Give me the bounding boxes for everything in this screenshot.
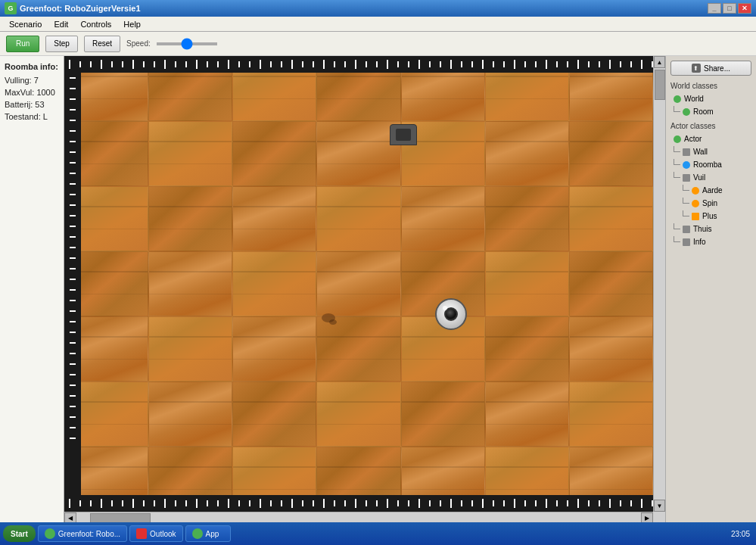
menu-bar: Scenario Edit Controls Help	[0, 17, 756, 32]
tick	[372, 498, 382, 509]
info-box-icon	[683, 238, 690, 246]
menu-help[interactable]: Help	[117, 18, 147, 30]
tick	[456, 498, 467, 509]
canvas-area[interactable]: ▲ ▼ ◀ ▶	[64, 56, 665, 524]
tick-v	[67, 327, 78, 338]
tick-v	[67, 359, 78, 369]
tick	[530, 498, 541, 509]
tick	[202, 59, 213, 70]
share-button[interactable]: ⬆ Share...	[670, 61, 751, 76]
reset-button[interactable]: Reset	[84, 36, 120, 52]
actor-dot-icon	[674, 135, 681, 143]
vertical-scroll-thumb[interactable]	[655, 70, 665, 100]
class-item-world[interactable]: World	[670, 93, 751, 104]
tick	[319, 59, 329, 70]
class-item-spin[interactable]: Spin	[689, 198, 751, 209]
tick	[605, 498, 615, 509]
tick	[170, 498, 181, 509]
tree-child-room: Room	[680, 106, 751, 117]
menu-controls[interactable]: Controls	[74, 18, 117, 30]
tick	[107, 498, 117, 509]
scroll-up-button[interactable]: ▲	[654, 56, 665, 68]
tick-v	[67, 83, 78, 94]
tick	[478, 498, 488, 509]
maximize-button[interactable]: □	[723, 3, 736, 14]
floor-cell	[569, 382, 653, 447]
tick	[297, 498, 308, 509]
tree-child-aarde: Aarde	[689, 185, 751, 196]
taskbar-icon-greenfoot	[45, 528, 55, 539]
tick	[308, 498, 319, 509]
menu-scenario[interactable]: Scenario	[3, 18, 48, 30]
right-panel: ⬆ Share... World classes World Room Acto…	[665, 56, 756, 524]
tick	[350, 59, 361, 70]
tick-v	[67, 412, 78, 422]
tick	[626, 59, 636, 70]
minimize-button[interactable]: _	[708, 3, 721, 14]
speed-slider[interactable]	[157, 42, 217, 45]
class-item-wall[interactable]: Wall	[680, 146, 751, 157]
tick	[213, 498, 223, 509]
taskbar-item-0[interactable]: Greenfoot: Robo...	[38, 525, 127, 542]
class-item-actor[interactable]: Actor	[670, 133, 751, 145]
step-button[interactable]: Step	[45, 36, 78, 52]
tick-v	[67, 253, 78, 263]
taskbar: Start Greenfoot: Robo... Outlook App 23:…	[0, 522, 756, 545]
tick	[234, 498, 244, 509]
class-item-info[interactable]: Info	[680, 236, 751, 248]
floor-cell	[148, 121, 232, 186]
tick	[287, 498, 297, 509]
run-button[interactable]: Run	[6, 36, 39, 52]
tree-child-vuil: Vuil	[680, 172, 751, 183]
tick-v	[67, 306, 78, 316]
floor-cell	[485, 316, 569, 382]
floor-cell	[148, 251, 232, 316]
floor-cell	[232, 382, 316, 447]
tick	[435, 59, 446, 70]
tick	[276, 59, 287, 70]
tick-v	[67, 126, 78, 136]
batterij-label: Batterij: 53	[5, 100, 59, 109]
vertical-scrollbar[interactable]: ▲ ▼	[653, 56, 665, 512]
tick	[266, 498, 276, 509]
spin-dot-icon	[692, 200, 699, 207]
start-button[interactable]: Start	[3, 525, 36, 542]
scroll-down-button[interactable]: ▼	[654, 500, 665, 512]
tick	[138, 498, 149, 509]
tick-v	[67, 147, 78, 157]
tick	[647, 59, 653, 70]
class-item-plus[interactable]: Plus	[689, 210, 751, 222]
menu-edit[interactable]: Edit	[48, 18, 74, 30]
floor-cell	[316, 382, 400, 447]
tick	[244, 59, 255, 70]
taskbar-item-label-1: Outlook	[150, 530, 176, 538]
tick-v	[67, 168, 78, 179]
class-item-aarde[interactable]: Aarde	[689, 185, 751, 196]
taskbar-item-2[interactable]: App	[185, 525, 231, 542]
tick	[107, 59, 117, 70]
tick	[403, 59, 414, 70]
tick	[467, 59, 478, 70]
tick	[287, 59, 297, 70]
class-item-roomba[interactable]: Roomba	[680, 159, 751, 170]
tick-v	[67, 285, 78, 295]
tick	[615, 59, 626, 70]
tick	[435, 498, 446, 509]
class-item-vuil[interactable]: Vuil	[680, 172, 751, 183]
tick-v	[67, 391, 78, 401]
tick	[181, 498, 191, 509]
close-button[interactable]: ✕	[738, 3, 751, 14]
tick	[255, 498, 266, 509]
tick	[393, 59, 403, 70]
actor-classes-label: Actor classes	[670, 122, 751, 130]
class-item-room[interactable]: Room	[680, 106, 751, 117]
tick	[128, 498, 138, 509]
roomba-body	[435, 298, 467, 330]
class-item-thuis[interactable]: Thuis	[680, 223, 751, 235]
tick	[223, 498, 234, 509]
tick	[255, 59, 266, 70]
wall-top	[64, 56, 653, 73]
tick	[446, 59, 456, 70]
taskbar-item-1[interactable]: Outlook	[129, 525, 182, 542]
dock-station	[390, 124, 417, 145]
